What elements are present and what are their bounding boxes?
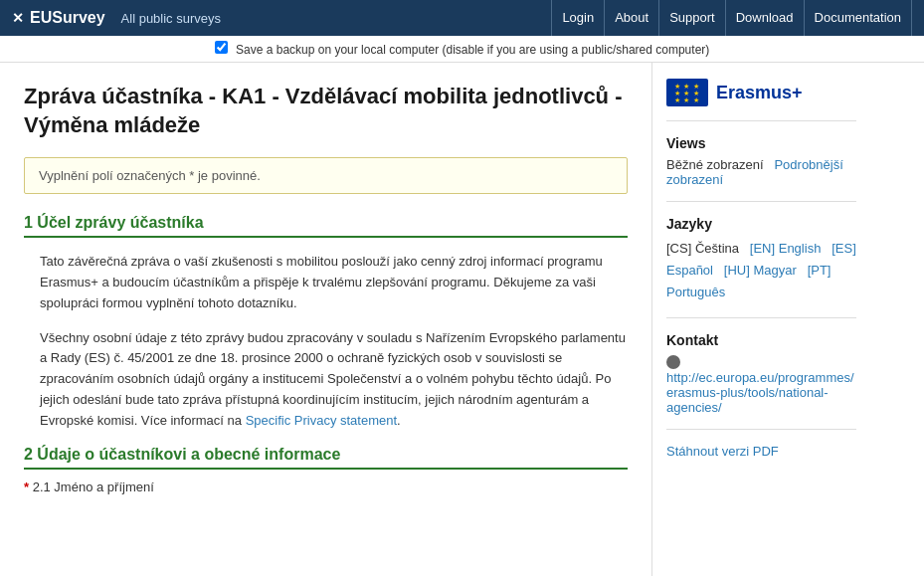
logo-name: EUSurvey xyxy=(30,9,105,27)
pdf-download-link[interactable]: Stáhnout verzi PDF xyxy=(666,444,856,459)
support-link[interactable]: Support xyxy=(658,0,725,36)
contact-link[interactable]: http://ec.europa.eu/programmes/erasmus-p… xyxy=(666,370,854,415)
lang-es-link[interactable]: [ES] xyxy=(832,241,856,256)
sidebar-logo: ★ ★ ★★ ★ ★★ ★ ★ Erasmus+ xyxy=(666,79,856,121)
erasmus-plus-label: Erasmus+ xyxy=(716,83,803,103)
languages-list: [CS] Čeština [EN] English [ES] Español [… xyxy=(666,238,856,303)
lang-cs-code: [CS] xyxy=(666,241,695,256)
login-link[interactable]: Login xyxy=(551,0,604,36)
about-link[interactable]: About xyxy=(604,0,658,36)
survey-title: Zpráva účastníka - KA1 - Vzdělávací mobi… xyxy=(24,83,628,139)
contact-title: Kontakt xyxy=(666,332,856,348)
sidebar: ★ ★ ★★ ★ ★★ ★ ★ Erasmus+ Views Běžné zob… xyxy=(651,63,870,576)
eu-flag-icon: ★ ★ ★★ ★ ★★ ★ ★ xyxy=(666,79,708,106)
lang-en-link[interactable]: [EN] English xyxy=(750,241,822,256)
required-star: * xyxy=(24,480,29,494)
backup-text: Save a backup on your local computer (di… xyxy=(236,43,709,57)
views-options: Běžné zobrazení Podrobnější zobrazení xyxy=(666,157,856,187)
backup-bar: Save a backup on your local computer (di… xyxy=(0,36,924,63)
sub-field-label: * 2.1 Jméno a příjmení xyxy=(24,480,628,494)
section1-paragraph2-end: . xyxy=(397,413,401,428)
lang-hu-link[interactable]: [HU] Magyar xyxy=(724,263,797,278)
documentation-link[interactable]: Documentation xyxy=(804,0,912,36)
app-logo: ✕ EUSurvey xyxy=(12,9,105,27)
section2-heading: 2 Údaje o účastníkovi a obecné informace xyxy=(24,446,628,470)
lang-pt-link[interactable]: [PT] xyxy=(808,263,832,278)
main-content: Zpráva účastníka - KA1 - Vzdělávací mobi… xyxy=(0,63,651,576)
contact-info: http://ec.europa.eu/programmes/erasmus-p… xyxy=(666,354,856,415)
header-nav: Login About Support Download Documentati… xyxy=(551,0,912,36)
backup-checkbox[interactable] xyxy=(215,41,228,54)
app-header: ✕ EUSurvey All public surveys Login Abou… xyxy=(0,0,924,36)
sub-label-text: 2.1 Jméno a příjmení xyxy=(33,480,154,494)
contact-globe-icon xyxy=(666,355,680,369)
section1-paragraph2: Všechny osobní údaje z této zprávy budou… xyxy=(24,328,628,432)
sidebar-views-section: Views Běžné zobrazení Podrobnější zobraz… xyxy=(666,135,856,202)
views-title: Views xyxy=(666,135,856,151)
privacy-statement-link[interactable]: Specific Privacy statement xyxy=(246,413,397,428)
download-link[interactable]: Download xyxy=(725,0,804,36)
lang-es-name-link[interactable]: Español xyxy=(666,263,713,278)
views-normal-label: Běžné zobrazení xyxy=(666,157,764,172)
section1-heading: 1 Účel zprávy účastníka xyxy=(24,214,628,238)
required-notice: Vyplnění polí označených * je povinné. xyxy=(24,157,628,194)
header-left: ✕ EUSurvey All public surveys xyxy=(12,9,221,27)
section1-paragraph1: Tato závěrečná zpráva o vaší zkušenosti … xyxy=(24,252,628,313)
eu-stars: ★ ★ ★★ ★ ★★ ★ ★ xyxy=(674,83,701,103)
lang-pt-name-link[interactable]: Português xyxy=(666,285,725,299)
all-surveys-link[interactable]: All public surveys xyxy=(121,11,221,26)
sidebar-languages-section: Jazyky [CS] Čeština [EN] English [ES] Es… xyxy=(666,216,856,318)
lang-cs-label: Čeština xyxy=(695,241,739,256)
languages-title: Jazyky xyxy=(666,216,856,232)
logo-star-icon: ✕ xyxy=(12,10,24,26)
content-wrapper: Zpráva účastníka - KA1 - Vzdělávací mobi… xyxy=(0,63,924,576)
sidebar-contact-section: Kontakt http://ec.europa.eu/programmes/e… xyxy=(666,332,856,430)
